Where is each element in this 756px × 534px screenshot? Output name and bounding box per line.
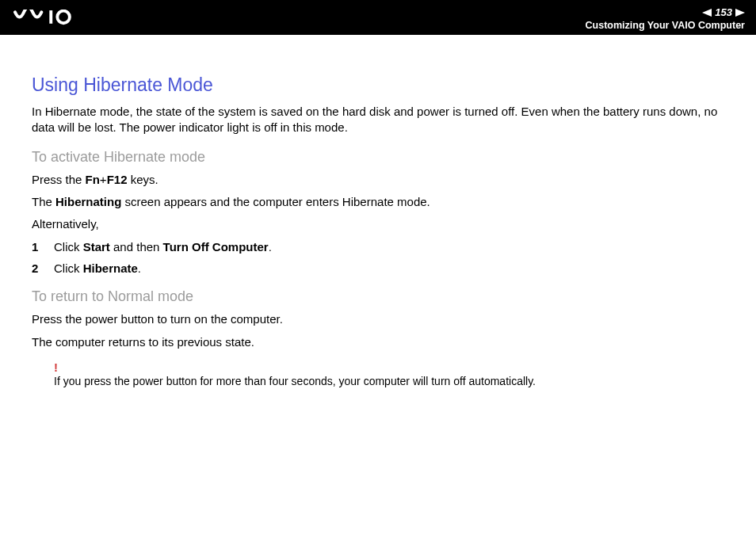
text: screen appears and the computer enters H… xyxy=(121,195,430,208)
svg-marker-2 xyxy=(702,9,712,17)
text: keys. xyxy=(127,173,158,186)
text: Press the xyxy=(32,173,86,186)
text: . xyxy=(138,261,141,275)
step-text: Click Hibernate. xyxy=(54,260,141,278)
hibernate-label: Hibernate xyxy=(83,261,138,275)
page-nav: 153 xyxy=(586,6,745,19)
activate-heading: To activate Hibernate mode xyxy=(32,149,731,166)
text: + xyxy=(100,173,107,186)
start-label: Start xyxy=(83,240,110,254)
text: The xyxy=(32,195,55,208)
list-item: 1 Click Start and then Turn Off Computer… xyxy=(32,238,731,257)
activate-result-line: The Hibernating screen appears and the c… xyxy=(32,194,731,210)
svg-rect-0 xyxy=(49,10,52,24)
turn-off-label: Turn Off Computer xyxy=(163,240,269,254)
list-item: 2 Click Hibernate. xyxy=(32,260,731,278)
header-right: 153 Customizing Your VAIO Computer xyxy=(586,5,745,31)
activate-keys-line: Press the Fn+F12 keys. xyxy=(32,172,731,188)
svg-marker-3 xyxy=(735,9,745,17)
text: and then xyxy=(110,240,163,254)
svg-point-1 xyxy=(57,11,70,24)
main-content: Using Hibernate Mode In Hibernate mode, … xyxy=(0,35,756,403)
key-f12: F12 xyxy=(107,173,128,186)
warning-note: ! If you press the power button for more… xyxy=(54,361,731,387)
text: Click xyxy=(54,240,83,254)
header-bar: 153 Customizing Your VAIO Computer xyxy=(0,0,756,35)
header-left xyxy=(11,10,98,25)
vaio-logo xyxy=(11,10,98,25)
prev-page-arrow-icon[interactable] xyxy=(702,6,712,19)
step-number: 1 xyxy=(32,238,54,257)
hibernating-word: Hibernating xyxy=(55,195,121,208)
text: . xyxy=(269,240,272,254)
activate-steps: 1 Click Start and then Turn Off Computer… xyxy=(32,238,731,277)
breadcrumb: Customizing Your VAIO Computer xyxy=(586,20,745,31)
warning-text: If you press the power button for more t… xyxy=(54,375,536,387)
step-number: 2 xyxy=(32,260,54,278)
key-fn: Fn xyxy=(86,173,100,186)
return-line-1: Press the power button to turn on the co… xyxy=(32,311,731,327)
warning-icon: ! xyxy=(54,361,536,373)
page-number: 153 xyxy=(715,7,732,17)
text: Click xyxy=(54,261,83,275)
page-title: Using Hibernate Mode xyxy=(32,74,731,96)
intro-paragraph: In Hibernate mode, the state of the syst… xyxy=(32,104,731,136)
next-page-arrow-icon[interactable] xyxy=(735,6,745,19)
alternatively-label: Alternatively, xyxy=(32,216,731,232)
return-heading: To return to Normal mode xyxy=(32,288,731,305)
step-text: Click Start and then Turn Off Computer. xyxy=(54,238,272,257)
return-line-2: The computer returns to its previous sta… xyxy=(32,334,731,350)
